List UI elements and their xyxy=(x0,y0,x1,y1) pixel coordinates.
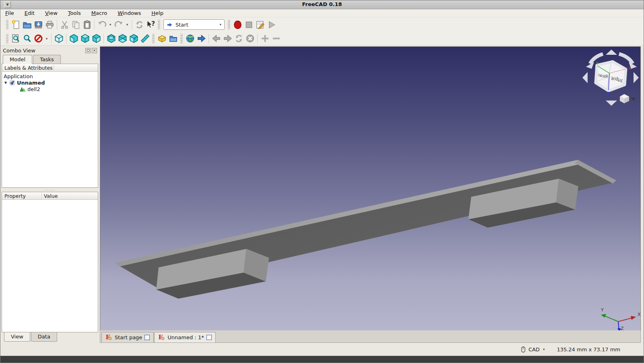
paste-button[interactable] xyxy=(81,19,93,30)
new-file-button[interactable] xyxy=(10,19,21,30)
navcube-menu-caret[interactable] xyxy=(631,97,636,101)
tree-item-document[interactable]: ▼ Unnamed xyxy=(4,79,98,86)
navcube-arrow-right[interactable] xyxy=(634,72,639,83)
title-bar[interactable]: ▼ FreeCAD 0.18 xyxy=(0,0,644,9)
panel-close-button[interactable]: × xyxy=(92,48,97,53)
tab-data[interactable]: Data xyxy=(31,332,57,342)
macro-execute-button[interactable] xyxy=(266,19,277,30)
cut-button[interactable] xyxy=(59,19,70,30)
menu-view[interactable]: View xyxy=(45,10,58,16)
navcube-rotate-right[interactable] xyxy=(619,54,633,64)
view-front-button[interactable] xyxy=(68,33,79,44)
undo-dropdown[interactable]: ▾ xyxy=(107,19,113,30)
panel-splitter[interactable]: ····· xyxy=(2,188,98,192)
menu-windows[interactable]: Windows xyxy=(118,10,141,16)
rear-view-cube-icon xyxy=(107,34,116,43)
open-file-button[interactable] xyxy=(21,19,33,30)
documents-folder-button[interactable] xyxy=(167,33,179,44)
tab-close-icon[interactable] xyxy=(206,335,212,340)
print-button[interactable] xyxy=(44,19,55,30)
toolbar-grip[interactable] xyxy=(228,20,230,29)
view-top-button[interactable] xyxy=(79,33,91,44)
browser-refresh-button[interactable] xyxy=(233,33,244,44)
tree-item-mesh[interactable]: dell2 xyxy=(4,86,98,92)
model-tree: Labels & Attributes Application ▼ Unname… xyxy=(2,64,98,188)
nav-style-selector[interactable]: CAD xyxy=(528,346,540,353)
toolbar-grip[interactable] xyxy=(6,34,8,44)
tab-unnamed-document[interactable]: F Unnamed : 1* xyxy=(154,332,215,342)
browser-stop-button[interactable] xyxy=(244,33,256,44)
draw-style-button[interactable] xyxy=(33,33,44,44)
copy-button[interactable] xyxy=(70,19,81,30)
float-icon xyxy=(87,49,89,52)
refresh-button[interactable] xyxy=(134,19,145,30)
panel-float-button[interactable] xyxy=(85,48,91,53)
navcube-y-axis-label: Y xyxy=(596,61,599,66)
front-view-cube-icon xyxy=(69,34,78,43)
macro-record-button[interactable] xyxy=(232,19,243,30)
toolbar-grip[interactable] xyxy=(6,20,8,29)
save-file-button[interactable] xyxy=(33,19,44,30)
view-rear-button[interactable] xyxy=(105,33,117,44)
tree-header[interactable]: Labels & Attributes xyxy=(2,64,98,72)
draw-style-dropdown[interactable]: ▾ xyxy=(44,33,50,44)
tab-model[interactable]: Model xyxy=(3,55,32,64)
menu-macro[interactable]: Macro xyxy=(91,10,107,16)
navcube-arrow-down[interactable] xyxy=(606,100,617,106)
tab-tasks[interactable]: Tasks xyxy=(33,55,61,64)
measure-distance-button[interactable] xyxy=(139,33,151,44)
toolbar-grip[interactable] xyxy=(152,34,155,44)
zoom-in-button[interactable] xyxy=(259,33,270,44)
web-home-button[interactable] xyxy=(184,33,196,44)
tab-close-icon[interactable] xyxy=(144,335,150,340)
menu-edit[interactable]: Edit xyxy=(25,10,35,16)
fit-all-button[interactable] xyxy=(10,33,21,44)
view-isometric-button[interactable] xyxy=(53,33,64,44)
property-table-header[interactable]: Property Value xyxy=(2,192,98,200)
view-left-button[interactable] xyxy=(128,33,139,44)
redo-dropdown[interactable]: ▾ xyxy=(124,19,130,30)
whats-this-button[interactable]: ? xyxy=(145,19,156,30)
start-page-tab-label: Start page xyxy=(115,334,142,340)
tree-item-application[interactable]: Application xyxy=(4,73,98,79)
toolbar-grip[interactable] xyxy=(180,34,183,44)
navcube-arrow-up[interactable] xyxy=(606,50,617,55)
workbench-selector[interactable]: Start ▾ xyxy=(163,19,225,30)
tab-view[interactable]: View xyxy=(4,332,30,342)
combo-view-titlebar[interactable]: Combo View × xyxy=(2,46,98,54)
menu-tools[interactable]: Tools xyxy=(68,10,81,16)
3d-viewport[interactable]: Rear Right Y X Z xyxy=(100,46,641,330)
navcube-arrow-left[interactable] xyxy=(582,72,588,83)
browser-back-button[interactable] xyxy=(211,33,222,44)
model-dell2[interactable] xyxy=(116,160,616,299)
toolbar-grip[interactable] xyxy=(158,20,160,29)
mesh-label: dell2 xyxy=(27,86,40,92)
menu-file[interactable]: File xyxy=(5,10,14,16)
view-bottom-button[interactable] xyxy=(117,33,128,44)
combo-view-panel: Combo View × Model Tasks Labels & Attrib… xyxy=(0,46,100,343)
nav-style-caret-icon[interactable]: ▾ xyxy=(543,347,545,351)
document-label: Unnamed xyxy=(17,80,45,86)
navigation-cube[interactable]: Rear Right Y X Z xyxy=(582,50,639,106)
navcube-settings-cube[interactable] xyxy=(620,94,629,103)
start-page-button[interactable] xyxy=(196,33,207,44)
zoom-out-button[interactable] xyxy=(270,33,282,44)
scissors-icon xyxy=(60,20,69,29)
undo-button[interactable] xyxy=(96,19,107,30)
toolbar-separator xyxy=(103,34,104,44)
3d-scene[interactable]: Rear Right Y X Z xyxy=(100,47,640,330)
start-workbench-icon xyxy=(167,22,173,28)
redo-button[interactable] xyxy=(113,19,124,30)
macro-edit-button[interactable] xyxy=(254,19,266,30)
fit-selection-button[interactable] xyxy=(21,33,33,44)
undo-icon xyxy=(97,20,107,29)
mesh-icon xyxy=(20,86,26,92)
freecad-part-button[interactable] xyxy=(156,33,167,44)
tab-start-page[interactable]: F Start page xyxy=(101,332,154,342)
record-icon xyxy=(233,20,242,29)
menu-help[interactable]: Help xyxy=(151,10,163,16)
macro-stop-button[interactable] xyxy=(243,19,254,30)
view-right-button[interactable] xyxy=(91,33,102,44)
expander-icon[interactable]: ▼ xyxy=(4,81,8,85)
browser-forward-button[interactable] xyxy=(222,33,233,44)
